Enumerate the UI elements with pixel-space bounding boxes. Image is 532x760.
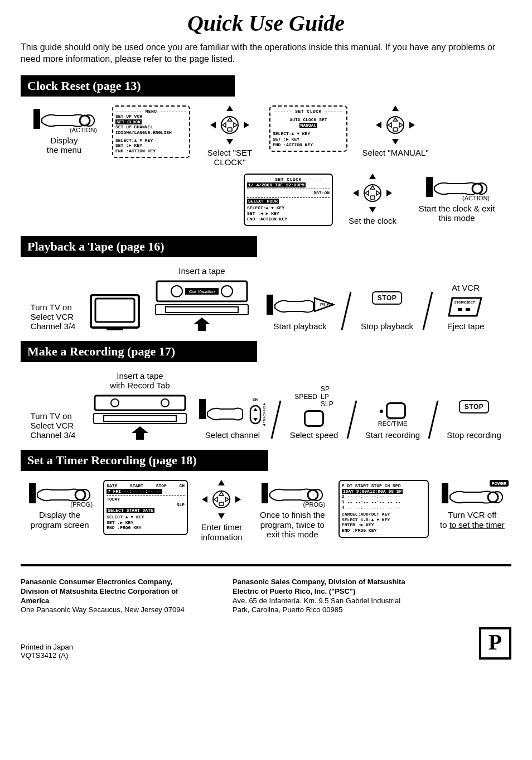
- speed-button: [304, 410, 324, 427]
- svg-rect-38: [166, 307, 238, 312]
- vcr-slot-icon: [154, 304, 249, 316]
- step-caption: Select "MANUAL": [362, 148, 428, 157]
- step-caption: Turn VCR off to to set the timer: [440, 510, 505, 530]
- svg-text:POWER: POWER: [492, 482, 506, 485]
- svg-marker-4: [244, 122, 249, 128]
- section-heading-recording: Make a Recording (page 17): [21, 341, 257, 362]
- svg-rect-52: [104, 416, 176, 421]
- svg-point-28: [472, 184, 482, 194]
- step-caption: Start the clock & exit this mode: [412, 204, 501, 223]
- dpad-icon: [353, 174, 392, 213]
- dpad-icon: [210, 105, 249, 145]
- action-label: (ACTION): [462, 195, 490, 201]
- svg-point-34: [221, 286, 233, 297]
- section-heading-timer: Set a Timer Recording (page 18): [21, 450, 268, 471]
- step-caption: Display the program screen: [25, 510, 94, 530]
- channel-button-illustration: [199, 396, 249, 427]
- up-arrow-icon: [132, 426, 148, 440]
- svg-rect-48: [95, 396, 185, 410]
- step-caption: Select speed: [290, 430, 338, 440]
- tape-icon: Our Vacation: [154, 279, 249, 304]
- svg-marker-13: [409, 122, 415, 128]
- svg-line-58: [347, 401, 356, 439]
- insert-tape-label: Insert a tape: [178, 266, 225, 276]
- svg-marker-1: [226, 105, 233, 111]
- speed-option: SP: [321, 386, 333, 393]
- step-caption: Stop recording: [447, 430, 501, 440]
- step-caption: Stop playback: [361, 321, 413, 331]
- svg-marker-63: [202, 496, 207, 503]
- svg-point-73: [488, 492, 498, 502]
- svg-point-60: [75, 490, 85, 500]
- separator-slash: [270, 400, 282, 440]
- svg-text:STOP/EJECT: STOP/EJECT: [454, 301, 475, 304]
- action-button-illustration: (ACTION): [426, 174, 487, 200]
- svg-rect-46: [458, 308, 462, 311]
- prog-button-illustration: (PROG): [262, 480, 323, 507]
- separator-slash: [428, 400, 439, 440]
- step-caption: Enter timer information: [197, 522, 246, 542]
- footer-col-1: Panasonic Consumer Electronics Company, …: [21, 578, 199, 615]
- step-caption: Set the clock: [349, 216, 396, 225]
- svg-text:Our Vacation: Our Vacation: [189, 289, 215, 294]
- svg-rect-31: [107, 328, 123, 330]
- svg-point-70: [308, 490, 318, 500]
- svg-line-43: [423, 292, 432, 330]
- step-caption: Start recording: [365, 430, 420, 440]
- svg-rect-47: [466, 308, 470, 311]
- svg-marker-53: [132, 426, 148, 440]
- page-title: Quick Use Guide: [21, 10, 511, 36]
- svg-point-49: [111, 399, 119, 407]
- step-caption: Once to finish the program, twice to exi…: [255, 510, 330, 539]
- svg-line-57: [272, 401, 280, 439]
- play-button-illustration: PLAY: [267, 291, 333, 318]
- step-caption: Start playback: [273, 321, 326, 331]
- separator-slash: [422, 291, 433, 331]
- at-vcr-label: At VCR: [452, 283, 480, 292]
- svg-marker-2: [226, 139, 233, 145]
- speed-option: SLP: [321, 401, 333, 408]
- step-caption: Select "SET CLOCK": [199, 148, 260, 167]
- up-arrow-icon: [194, 318, 210, 331]
- prog-label: (PROG): [303, 501, 326, 508]
- step-caption: Select channel: [205, 430, 260, 440]
- tv-caption: Turn TV on Select VCR Channel 3/4: [31, 302, 76, 331]
- svg-marker-61: [218, 480, 225, 485]
- dpad-icon: [376, 105, 415, 145]
- svg-marker-62: [218, 513, 225, 519]
- svg-marker-39: [194, 318, 210, 331]
- section-heading-clock: Clock Reset (page 13): [21, 75, 235, 97]
- speed-label: SPEED: [294, 393, 317, 401]
- separator-slash: [341, 291, 352, 331]
- svg-point-33: [171, 286, 182, 297]
- printed-info: Printed in Japan VQTS3412 (A): [21, 643, 73, 660]
- prog-button-illustration: (PROG): [29, 480, 90, 507]
- step-caption: Eject tape: [447, 321, 485, 331]
- on-screen-menu: P DT START STOP CH SPD 1DAY 9:00A12:00A …: [338, 480, 429, 537]
- footer-separator: [21, 564, 511, 566]
- rec-label: REC/TIME: [378, 420, 408, 427]
- p-mark: P: [479, 627, 511, 660]
- dpad-icon: [202, 480, 241, 519]
- stop-button: STOP: [372, 291, 402, 305]
- svg-line-42: [342, 292, 351, 330]
- intro-text: This guide should only be used once you …: [21, 42, 511, 65]
- action-button-illustration: (ACTION): [33, 105, 95, 132]
- on-screen-menu: ------ SET CLOCK ------ AUTO CLOCK SET M…: [269, 105, 347, 152]
- insert-tape-label: Insert a tape with Record Tab: [110, 371, 170, 390]
- vcr-slot-icon: [93, 412, 187, 425]
- section-heading-playback: Playback a Tape (page 16): [21, 236, 257, 257]
- on-screen-menu: --------- MENU --------- SET UP VCR SET …: [112, 105, 190, 158]
- on-screen-menu: ------ SET CLOCK ------ 1/ 4/2000 TUE 12…: [244, 174, 333, 226]
- tv-icon: [90, 294, 140, 331]
- eject-flap-icon: STOP/EJECT: [448, 296, 483, 318]
- svg-point-0: [80, 116, 90, 126]
- svg-marker-21: [353, 190, 359, 196]
- svg-marker-20: [369, 207, 376, 213]
- svg-rect-30: [95, 299, 134, 322]
- svg-marker-19: [369, 174, 376, 179]
- action-label: (ACTION): [70, 127, 97, 133]
- footer-col-2: Panasonic Sales Company, Division of Mat…: [233, 578, 411, 615]
- step-caption: Displaythe menu: [47, 136, 82, 155]
- rec-button: [386, 402, 406, 419]
